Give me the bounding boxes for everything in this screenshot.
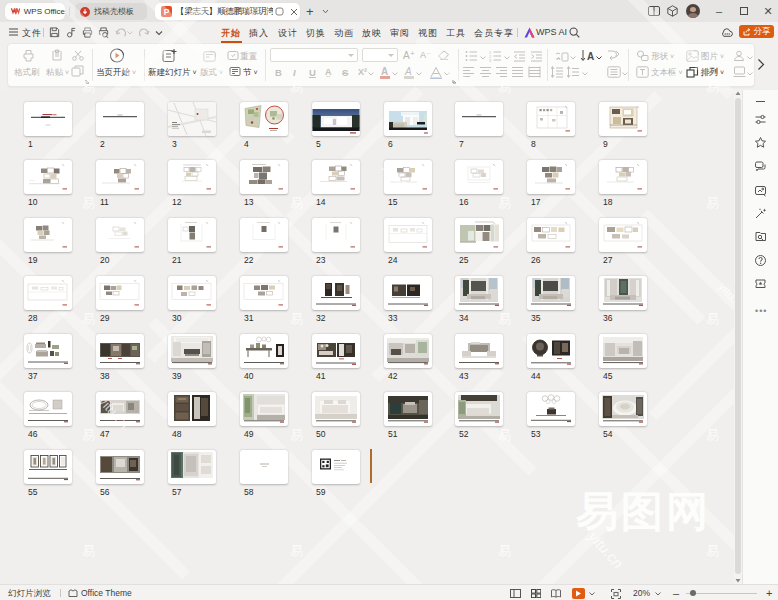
svg-text:3: 3: [489, 58, 492, 63]
svg-text:A: A: [587, 51, 594, 62]
svg-text:P: P: [164, 7, 170, 17]
